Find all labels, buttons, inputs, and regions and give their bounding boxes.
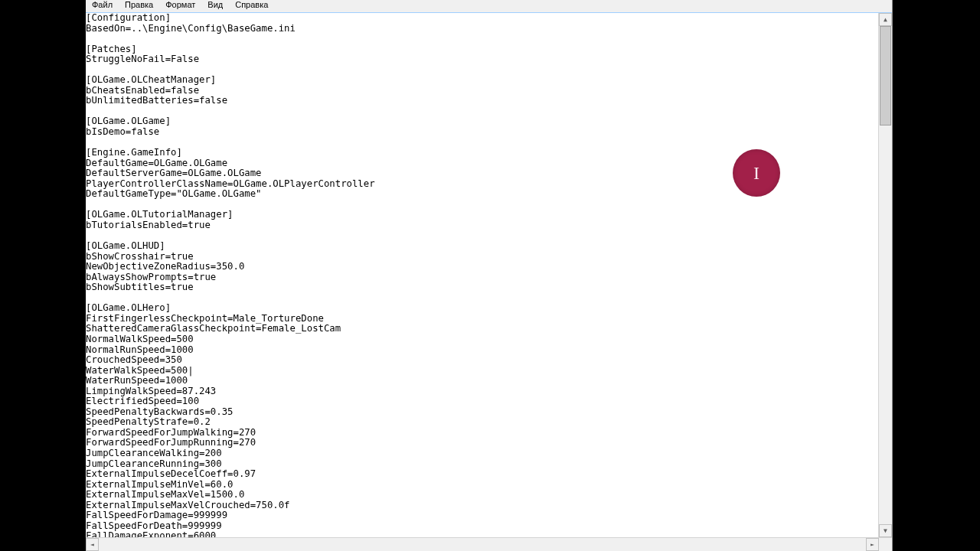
editor-wrap: [Configuration] BasedOn=..\Engine\Config… <box>86 13 892 537</box>
menu-edit[interactable]: Правка <box>119 0 159 11</box>
scroll-left-arrow-icon[interactable]: ◄ <box>86 538 99 551</box>
menu-help[interactable]: Справка <box>229 0 274 11</box>
menu-format[interactable]: Формат <box>159 0 201 11</box>
horizontal-scrollbar[interactable]: ◄ ► <box>86 537 892 551</box>
menu-file[interactable]: Файл <box>86 0 119 11</box>
menu-view[interactable]: Вид <box>201 0 229 11</box>
scroll-up-arrow-icon[interactable]: ▲ <box>879 13 892 26</box>
scroll-thumb[interactable] <box>880 26 891 126</box>
scroll-down-arrow-icon[interactable]: ▼ <box>879 524 892 537</box>
notepad-window: Файл Правка Формат Вид Справка [Configur… <box>86 0 893 551</box>
menubar: Файл Правка Формат Вид Справка <box>86 0 892 13</box>
cursor-indicator-badge: I <box>733 149 780 197</box>
vertical-scrollbar[interactable]: ▲ ▼ <box>878 13 892 537</box>
scrollbar-corner <box>879 538 892 551</box>
editor-textarea[interactable]: [Configuration] BasedOn=..\Engine\Config… <box>86 13 878 537</box>
scroll-right-arrow-icon[interactable]: ► <box>866 538 879 551</box>
cursor-indicator-label: I <box>753 163 760 184</box>
